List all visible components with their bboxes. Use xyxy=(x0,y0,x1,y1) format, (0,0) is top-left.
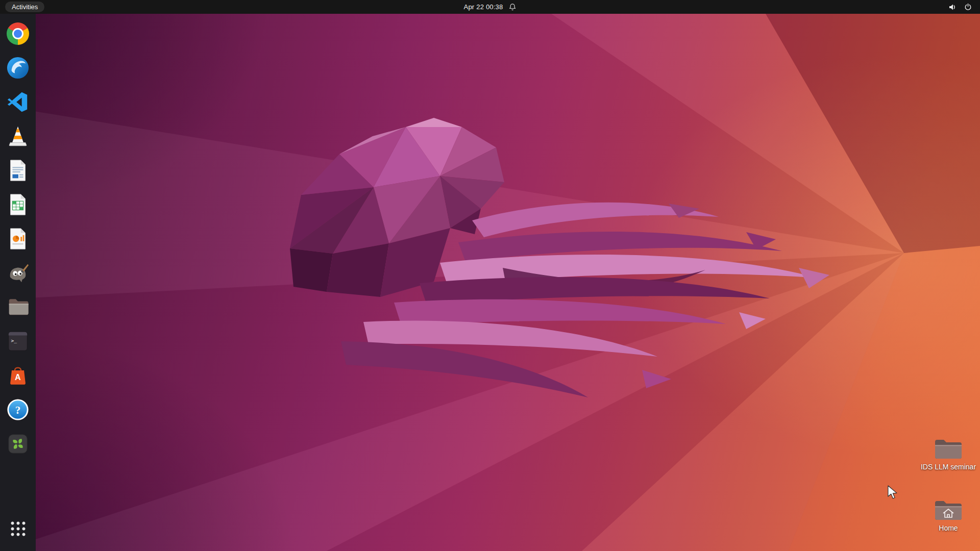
dock-item-writer[interactable] xyxy=(6,158,30,183)
dock-item-files[interactable] xyxy=(6,295,30,319)
files-icon xyxy=(6,295,30,319)
desktop-icon-ids-llm-seminar[interactable]: IDS LLM seminar xyxy=(915,438,980,471)
desktop-icon-label: IDS LLM seminar xyxy=(919,462,978,471)
desktop[interactable]: IDS LLM seminar Home xyxy=(0,14,980,551)
libreoffice-impress-icon xyxy=(6,227,30,251)
dock-item-thunderbird[interactable] xyxy=(6,56,30,80)
folder-icon xyxy=(934,438,963,460)
bell-icon xyxy=(508,3,516,11)
dock-item-help[interactable]: ? xyxy=(6,397,30,422)
ubuntu-software-icon: A xyxy=(6,364,30,387)
help-icon: ? xyxy=(6,398,30,421)
clock-menu[interactable]: Apr 22 00:38 xyxy=(458,0,523,14)
activities-button[interactable]: Activities xyxy=(5,2,44,12)
svg-text:A: A xyxy=(15,372,21,382)
libreoffice-writer-icon xyxy=(6,159,30,182)
dock: >_ A ? xyxy=(0,14,36,551)
dock-item-app-grid[interactable] xyxy=(6,516,30,541)
wallpaper-jellyfish xyxy=(0,14,980,551)
thunderbird-icon xyxy=(6,56,30,80)
top-bar: Activities Apr 22 00:38 xyxy=(0,0,980,14)
power-icon xyxy=(964,3,972,11)
chrome-icon xyxy=(7,22,29,45)
dock-item-impress[interactable] xyxy=(6,227,30,251)
app-grid-icon xyxy=(10,520,27,537)
svg-text:>_: >_ xyxy=(11,338,17,343)
dock-item-utility[interactable] xyxy=(6,432,30,456)
vscode-icon xyxy=(6,90,30,114)
terminal-icon: >_ xyxy=(6,330,30,353)
desktop-icon-label: Home xyxy=(937,523,960,533)
dock-item-chrome[interactable] xyxy=(6,21,30,46)
ubuntu-desktop: Activities Apr 22 00:38 xyxy=(0,0,980,551)
volume-icon xyxy=(948,3,957,11)
svg-text:?: ? xyxy=(15,404,21,416)
dock-item-vscode[interactable] xyxy=(6,90,30,114)
dock-item-software[interactable]: A xyxy=(6,363,30,388)
gimp-icon xyxy=(6,261,30,285)
system-status-menu[interactable] xyxy=(940,0,980,14)
vlc-icon xyxy=(6,124,30,148)
dock-item-terminal[interactable]: >_ xyxy=(6,329,30,354)
libreoffice-calc-icon xyxy=(6,193,30,216)
dock-item-calc[interactable] xyxy=(6,192,30,217)
home-folder-icon xyxy=(934,499,963,521)
desktop-icon-home[interactable]: Home xyxy=(915,499,980,533)
green-utility-icon xyxy=(6,432,30,456)
dock-item-vlc[interactable] xyxy=(6,124,30,148)
dock-item-gimp[interactable] xyxy=(6,261,30,285)
clock-label: Apr 22 00:38 xyxy=(464,3,503,11)
mouse-cursor-icon xyxy=(887,485,898,499)
